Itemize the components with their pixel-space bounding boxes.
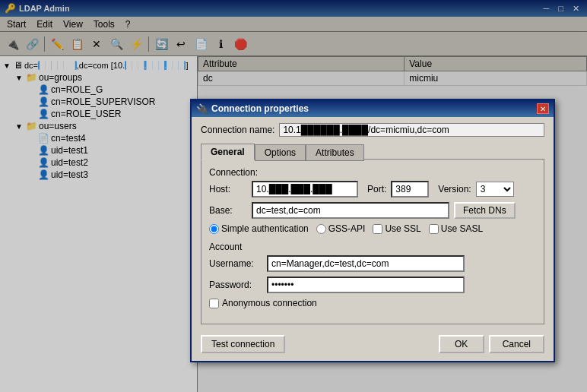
connection-section-label: Connection:: [209, 167, 536, 178]
dialog-icon: 🔌: [196, 103, 208, 115]
ok-btn[interactable]: OK: [439, 335, 484, 353]
modal-overlay: 🔌 Connection properties ✕ Connection nam…: [0, 0, 587, 392]
fetch-dns-btn[interactable]: Fetch DNs: [454, 202, 516, 219]
dialog-title-bar: 🔌 Connection properties ✕: [192, 100, 554, 117]
conn-name-label: Connection name:: [201, 125, 274, 135]
auth-radio-row: Simple authentication GSS-API Use SSL: [209, 223, 536, 234]
tab-options[interactable]: Options: [255, 144, 306, 161]
username-input[interactable]: [267, 255, 465, 272]
base-row: Base: Fetch DNs: [209, 202, 536, 219]
password-input[interactable]: [267, 277, 465, 293]
base-input[interactable]: [252, 202, 449, 219]
anon-label: Anonymous connection: [222, 298, 317, 308]
account-section: Account Username: Password: Anonymous co…: [209, 242, 536, 308]
password-row: Password:: [209, 277, 536, 293]
use-sasl-text: Use SASL: [441, 223, 483, 234]
username-row: Username:: [209, 255, 536, 272]
use-sasl-label[interactable]: Use SASL: [429, 223, 483, 234]
use-ssl-text: Use SSL: [385, 223, 420, 234]
conn-name-row: Connection name: 10.1██████.████/dc=micm…: [201, 123, 544, 137]
account-section-label: Account: [209, 242, 536, 252]
password-label: Password:: [209, 280, 262, 290]
anon-row: Anonymous connection: [209, 298, 536, 308]
simple-auth-radio[interactable]: [209, 224, 219, 234]
version-label: Version:: [438, 184, 471, 194]
port-label: Port:: [367, 184, 386, 194]
dialog-close-btn[interactable]: ✕: [537, 103, 549, 114]
dialog-title: Connection properties: [211, 103, 534, 114]
use-ssl-checkbox[interactable]: [373, 224, 382, 234]
tab-general-content: Connection: Host: Port: Version: 3 2: [201, 159, 544, 324]
host-input[interactable]: [252, 181, 358, 198]
host-port-row: Host: Port: Version: 3 2: [209, 181, 536, 198]
host-label: Host:: [209, 184, 247, 194]
dialog-footer: Test connection OK Cancel: [192, 330, 554, 361]
tab-general[interactable]: General: [201, 144, 255, 160]
use-ssl-label[interactable]: Use SSL: [373, 223, 420, 234]
gss-api-text: GSS-API: [328, 223, 366, 234]
dialog-body: Connection name: 10.1██████.████/dc=micm…: [192, 117, 554, 330]
cancel-btn[interactable]: Cancel: [489, 335, 544, 353]
conn-name-value: 10.1██████.████/dc=micmiu,dc=com: [279, 123, 544, 137]
test-connection-btn[interactable]: Test connection: [201, 335, 285, 353]
simple-auth-label[interactable]: Simple authentication: [209, 223, 309, 234]
dialog-tabs: General Options Attributes: [201, 143, 544, 160]
port-input[interactable]: [391, 181, 429, 198]
username-label: Username:: [209, 258, 262, 269]
anon-checkbox[interactable]: [209, 299, 219, 308]
gss-api-radio[interactable]: [316, 224, 326, 234]
gss-api-label[interactable]: GSS-API: [316, 223, 366, 234]
use-sasl-checkbox[interactable]: [429, 224, 439, 234]
simple-auth-text: Simple authentication: [221, 223, 309, 234]
version-select[interactable]: 3 2: [476, 182, 514, 197]
tab-attributes[interactable]: Attributes: [306, 144, 364, 161]
connection-properties-dialog: 🔌 Connection properties ✕ Connection nam…: [190, 99, 555, 362]
base-label: Base:: [209, 205, 247, 216]
connection-section: Connection: Host: Port: Version: 3 2: [209, 167, 536, 234]
